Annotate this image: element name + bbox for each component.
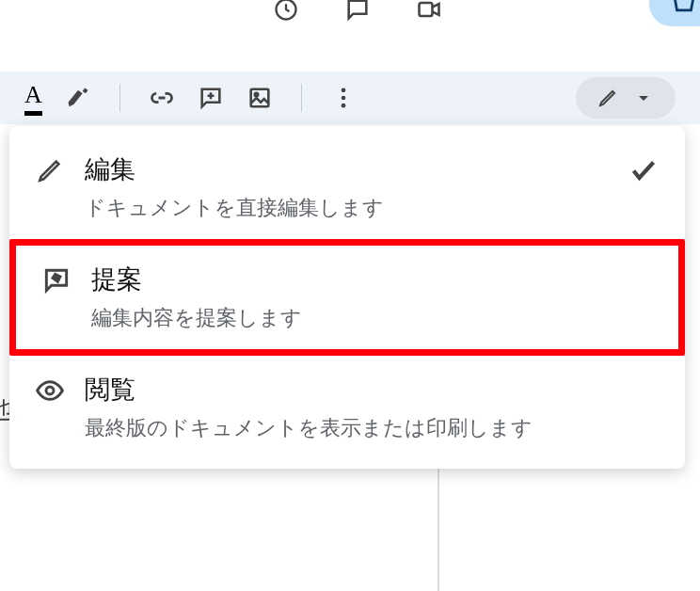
add-comment-button[interactable] [198, 85, 224, 111]
menu-item-title: 編集 [85, 152, 627, 186]
text-color-letter: A [24, 81, 42, 109]
menu-item-desc: 編集内容を提案します [91, 304, 654, 332]
svg-rect-1 [420, 3, 433, 16]
eye-icon [34, 375, 66, 407]
text-color-button[interactable]: A [24, 81, 42, 116]
menu-item-desc: 最終版のドキュメントを表示または印刷します [85, 414, 660, 442]
svg-point-3 [255, 93, 259, 97]
menu-item-title: 提案 [91, 263, 654, 296]
video-icon[interactable] [416, 0, 442, 23]
editing-mode-dropdown: 編集 ドキュメントを直接編集します 提案 編集内容を提案します 閲覧 最終版のド… [9, 126, 685, 469]
menu-item-view[interactable]: 閲覧 最終版のドキュメントを表示または印刷します [9, 356, 685, 459]
share-button[interactable] [649, 0, 700, 26]
more-options-button[interactable] [330, 85, 357, 111]
menu-item-edit[interactable]: 編集 ドキュメントを直接編集します [9, 136, 685, 239]
check-icon [627, 152, 660, 186]
svg-point-5 [341, 96, 345, 101]
separator [301, 84, 302, 112]
separator [119, 84, 120, 112]
svg-point-4 [341, 88, 345, 93]
caret-down-icon [632, 87, 655, 109]
pencil-icon [34, 154, 66, 186]
svg-rect-2 [250, 89, 268, 107]
editing-mode-button[interactable] [576, 77, 676, 119]
comment-icon[interactable] [344, 0, 371, 23]
toolbar: A [0, 72, 700, 124]
top-icons-row [273, 0, 442, 23]
link-button[interactable] [149, 85, 175, 111]
menu-item-suggest[interactable]: 提案 編集内容を提案します [9, 239, 685, 356]
suggest-icon [40, 264, 72, 296]
menu-item-title: 閲覧 [85, 373, 660, 407]
insert-image-button[interactable] [247, 85, 273, 111]
history-icon[interactable] [273, 0, 299, 23]
menu-item-desc: ドキュメントを直接編集します [85, 194, 627, 222]
svg-point-7 [46, 387, 54, 394]
svg-point-6 [341, 104, 345, 108]
highlight-button[interactable] [65, 85, 91, 111]
pencil-icon [597, 87, 619, 109]
